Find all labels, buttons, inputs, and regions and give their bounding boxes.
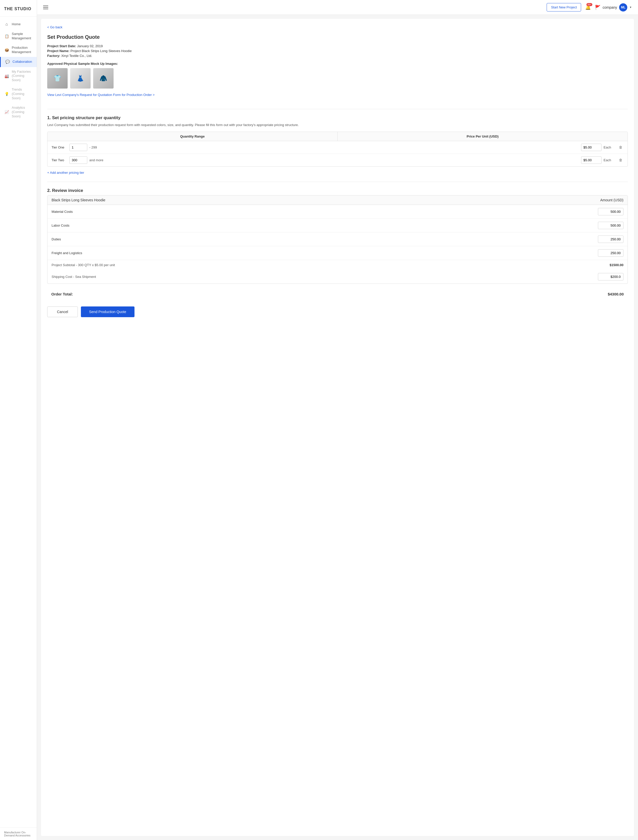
hamburger-menu[interactable] (43, 6, 48, 9)
sidebar-item-production-label: Production Management (12, 46, 33, 54)
sidebar-footer: Manufacturer On-Demand Accessories (0, 827, 37, 840)
shipping-label: Shipping Cost - Sea Shipment (52, 275, 96, 279)
go-back-link[interactable]: < Go back (47, 25, 63, 29)
main-area: Start New Project 99+ 🚩 company ML ▼ < G… (37, 0, 638, 840)
order-total-label: Order Total: (51, 292, 73, 296)
sample-images-container: 👕 👗 🧥 (47, 68, 628, 88)
sample-image-2-inner: 👗 (70, 68, 91, 88)
invoice-duties-row: Duties (47, 232, 627, 246)
tier-one-from-input[interactable] (69, 144, 87, 151)
sidebar-item-sample-management[interactable]: Sample Management (0, 29, 37, 43)
main-content: < Go back Set Production Quote Project S… (41, 19, 634, 836)
factory-value: Xinyi Textile Co., Ltd. (61, 54, 92, 58)
add-tier-button[interactable]: + Add another pricing tier (47, 170, 84, 175)
tier-two-price-input[interactable] (581, 156, 602, 164)
header-right: Start New Project 99+ 🚩 company ML ▼ (546, 3, 632, 11)
notification-button[interactable]: 99+ (585, 5, 591, 10)
tier-two-row: Tier Two and more Each (47, 154, 627, 166)
sidebar-item-sample-label: Sample Management (12, 32, 33, 41)
pricing-table-header: Quantity Range Price Per Unit (USD) (47, 132, 627, 141)
project-name-row: Project Name: Project Black Strips Long … (47, 49, 628, 53)
tier-one-delete-button[interactable] (618, 144, 624, 150)
sidebar-item-production-management[interactable]: Production Management (0, 43, 37, 57)
factory-row: Factory: Xinyi Textile Co., Ltd. (47, 54, 628, 58)
invoice-table: Black Strips Long Sleeves Hoodie Amount … (47, 195, 628, 284)
tier-two-each-label: Each (603, 158, 614, 162)
company-flag: 🚩 (595, 5, 600, 10)
header-left (43, 6, 48, 9)
invoice-table-header: Black Strips Long Sleeves Hoodie Amount … (47, 196, 627, 205)
material-costs-input[interactable] (598, 208, 624, 215)
tier-one-each-label: Each (603, 145, 614, 149)
subtotal-value: $1500.00 (610, 263, 624, 267)
sidebar-footer-label: Manufacturer On-Demand Accessories (4, 831, 30, 837)
sidebar-item-analytics-label: Analytics (Coming Soon) (12, 106, 33, 118)
invoice-labor-row: Labor Costs (47, 219, 627, 232)
tier-two-price-col: Each (581, 156, 624, 164)
freight-input[interactable] (598, 249, 624, 257)
sample-image-1: 👕 (47, 68, 68, 88)
sample-image-1-inner: 👕 (47, 68, 68, 88)
invoice-amount-header: Amount (USD) (600, 198, 624, 202)
tier-one-to-text: - 299 (89, 145, 97, 149)
home-icon (4, 22, 9, 27)
production-icon (4, 47, 9, 52)
section1-description: Levi Company has submitted their product… (47, 123, 628, 128)
sample-image-3-inner: 🧥 (93, 68, 114, 88)
sidebar-item-home[interactable]: Home (0, 19, 37, 29)
start-date-value: January 02, 2019 (77, 44, 103, 48)
sample-image-3: 🧥 (93, 68, 114, 88)
notification-badge: 99+ (586, 3, 592, 6)
shipping-cost-input[interactable] (598, 273, 624, 280)
start-new-project-button[interactable]: Start New Project (546, 3, 581, 11)
subtotal-row: Project Subtotal - 300 QTY x $5.00 per u… (47, 260, 627, 270)
chevron-down-icon: ▼ (629, 6, 632, 9)
company-name: company (603, 5, 617, 9)
factory-label: Factory: (47, 54, 60, 58)
user-avatar: ML (619, 3, 627, 11)
rfq-link[interactable]: View Levi Company's Request for Quotatio… (47, 93, 155, 97)
divider-2 (47, 182, 628, 182)
invoice-product-label: Black Strips Long Sleeves Hoodie (52, 198, 106, 202)
shipping-row: Shipping Cost - Sea Shipment (47, 270, 627, 284)
sidebar-item-factory-label: My Factories (Coming Soon) (12, 69, 33, 83)
collaboration-icon (5, 60, 10, 65)
send-production-quote-button[interactable]: Send Production Quote (81, 306, 134, 317)
order-total-value: $4300.00 (608, 292, 624, 296)
freight-label: Freight and Logistics (52, 251, 82, 255)
cancel-button[interactable]: Cancel (47, 306, 78, 317)
project-name-label: Project Name: (47, 49, 69, 53)
logo: THE STUDIO (0, 3, 37, 17)
logo-text: THE STUDIO (4, 6, 33, 11)
sidebar-item-home-label: Home (12, 22, 21, 27)
start-date-label: Project Start Date: (47, 44, 76, 48)
sidebar-item-analytics: Analytics (Coming Soon) (0, 103, 37, 121)
pricing-table: Quantity Range Price Per Unit (USD) Tier… (47, 132, 628, 167)
sidebar-item-collaboration[interactable]: Collaboration (0, 57, 37, 67)
divider-1 (47, 109, 628, 109)
invoice-freight-row: Freight and Logistics (47, 246, 627, 260)
app-container: THE STUDIO Home Sample Management Produc… (0, 0, 638, 840)
project-start-date-row: Project Start Date: January 02, 2019 (47, 44, 628, 48)
labor-costs-input[interactable] (598, 222, 624, 229)
analytics-icon (4, 109, 9, 115)
user-info[interactable]: 🚩 company ML ▼ (595, 3, 632, 11)
sample-images-label: Approved Physical Sample Mock Up Images: (47, 62, 628, 66)
tier-two-delete-button[interactable] (618, 157, 624, 163)
form-footer: Cancel Send Production Quote (47, 306, 628, 317)
material-costs-label: Material Costs (52, 210, 73, 213)
labor-costs-label: Labor Costs (52, 224, 69, 227)
duties-input[interactable] (598, 235, 624, 243)
header: Start New Project 99+ 🚩 company ML ▼ (37, 0, 638, 15)
tier-one-row: Tier One - 299 Each (47, 141, 627, 154)
tier-two-from-input[interactable] (69, 156, 87, 164)
invoice-material-row: Material Costs (47, 205, 627, 219)
trash-icon-1 (619, 145, 622, 149)
sample-icon (4, 34, 9, 39)
sample-image-2: 👗 (70, 68, 91, 88)
tier-one-price-input[interactable] (581, 144, 602, 151)
duties-label: Duties (52, 237, 61, 241)
tier-one-price-col: Each (581, 144, 624, 151)
factory-icon (4, 74, 9, 79)
project-meta: Project Start Date: January 02, 2019 Pro… (47, 44, 628, 58)
